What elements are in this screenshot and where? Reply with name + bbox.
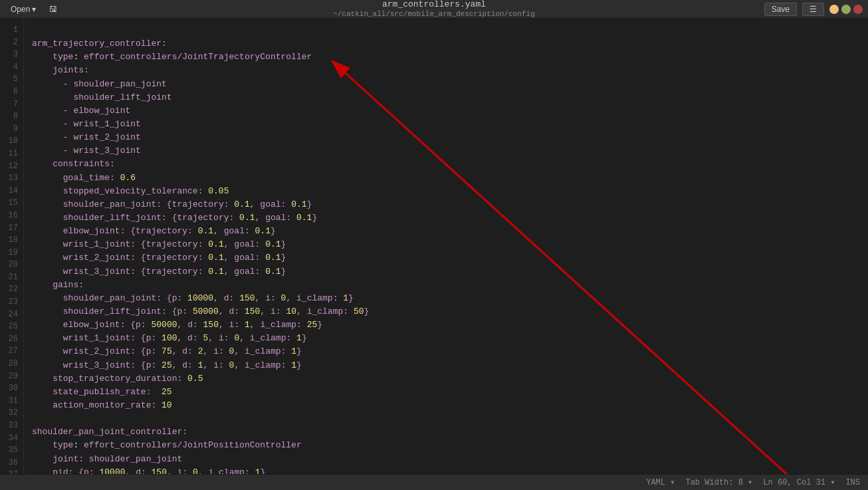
position-arrow: ▾ xyxy=(830,478,835,487)
code-area[interactable]: arm_trajectory_controller: type: effort_… xyxy=(24,19,868,474)
minimize-button[interactable] xyxy=(829,5,839,14)
ins-label: INS xyxy=(845,478,860,487)
save-icon-button[interactable]: 🖫 xyxy=(44,3,62,15)
menu-button[interactable]: ☰ xyxy=(802,3,824,16)
tabwidth-dropdown[interactable]: Tab Width: 8 ▾ xyxy=(685,477,752,487)
window-controls xyxy=(829,5,863,14)
title-filepath: ~/catkin_all/src/mobile_arm_description/… xyxy=(333,10,535,19)
lang-label: YAML xyxy=(646,478,665,487)
line-numbers: 12345 678910 1112131415 1617181920 21222… xyxy=(0,19,24,474)
titlebar: Open ▾ 🖫 arm_controllers.yaml ~/catkin_a… xyxy=(0,0,868,19)
tabwidth-label: Tab Width: 8 xyxy=(685,478,742,487)
statusbar-position: Ln 60, Col 31 ▾ xyxy=(763,477,835,487)
titlebar-left: Open ▾ 🖫 xyxy=(5,3,62,15)
save-icon: 🖫 xyxy=(49,5,57,14)
open-button[interactable]: Open ▾ xyxy=(5,3,41,15)
tabwidth-arrow: ▾ xyxy=(748,478,752,487)
statusbar: YAML ▾ Tab Width: 8 ▾ Ln 60, Col 31 ▾ IN… xyxy=(0,474,868,490)
titlebar-right: Save ☰ xyxy=(764,3,863,16)
open-arrow: ▾ xyxy=(32,5,36,14)
titlebar-center: arm_controllers.yaml ~/catkin_all/src/mo… xyxy=(333,0,535,19)
position-dropdown[interactable]: Ln 60, Col 31 ▾ xyxy=(763,477,835,487)
position-label: Ln 60, Col 31 xyxy=(763,478,825,487)
lang-arrow: ▾ xyxy=(670,478,675,487)
maximize-button[interactable] xyxy=(841,5,851,14)
save-button[interactable]: Save xyxy=(764,3,797,16)
statusbar-ins: INS xyxy=(845,478,860,487)
editor-container: 12345 678910 1112131415 1617181920 21222… xyxy=(0,19,868,474)
open-label: Open xyxy=(11,5,30,14)
statusbar-lang: YAML ▾ xyxy=(646,477,675,487)
title-filename: arm_controllers.yaml xyxy=(382,0,486,10)
lang-dropdown[interactable]: YAML ▾ xyxy=(646,477,675,487)
statusbar-tabwidth: Tab Width: 8 ▾ xyxy=(685,477,752,487)
close-button[interactable] xyxy=(853,5,863,14)
